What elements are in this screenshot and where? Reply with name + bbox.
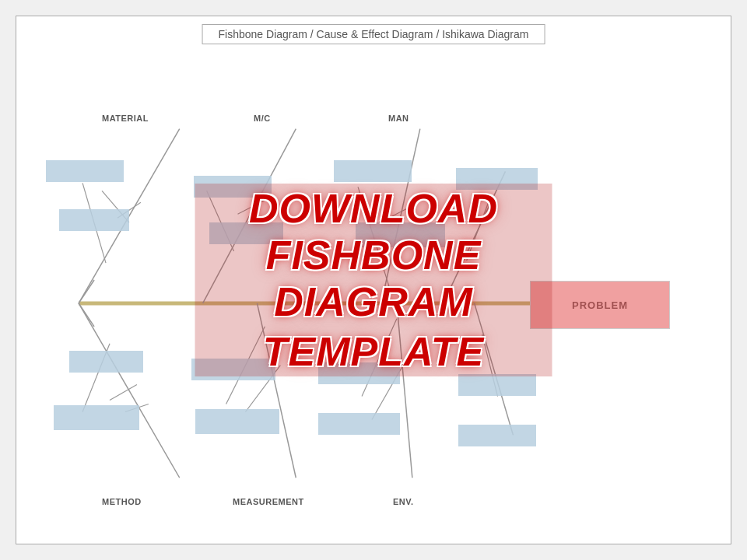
blue-box-meas2 bbox=[195, 409, 279, 434]
blue-box-m2 bbox=[59, 209, 129, 231]
label-man: MAN bbox=[388, 114, 409, 123]
overlay-download-text[interactable]: DOWNLOAD FISHBONE DIAGRAM TEMPLATE bbox=[195, 184, 552, 376]
blue-box-meth1 bbox=[69, 351, 143, 373]
label-method: METHOD bbox=[102, 497, 142, 506]
blue-box-br2 bbox=[458, 425, 536, 446]
label-measurement: MEASUREMENT bbox=[233, 497, 304, 506]
label-material: MATERIAL bbox=[102, 114, 149, 123]
svg-line-14 bbox=[79, 303, 180, 478]
blue-box-meth2 bbox=[54, 405, 139, 430]
label-env: ENV. bbox=[393, 497, 414, 506]
label-mc: M/C bbox=[254, 114, 271, 123]
blue-box-br1 bbox=[458, 374, 536, 396]
blue-box-m1 bbox=[46, 160, 124, 182]
diagram-container: Fishbone Diagram / Cause & Effect Diagra… bbox=[16, 16, 731, 544]
blue-box-env2 bbox=[318, 413, 400, 435]
overlay-line1: DOWNLOAD FISHBONE DIAGRAM bbox=[195, 184, 552, 327]
blue-box-man1 bbox=[334, 160, 412, 182]
overlay-line2: TEMPLATE bbox=[195, 327, 552, 376]
